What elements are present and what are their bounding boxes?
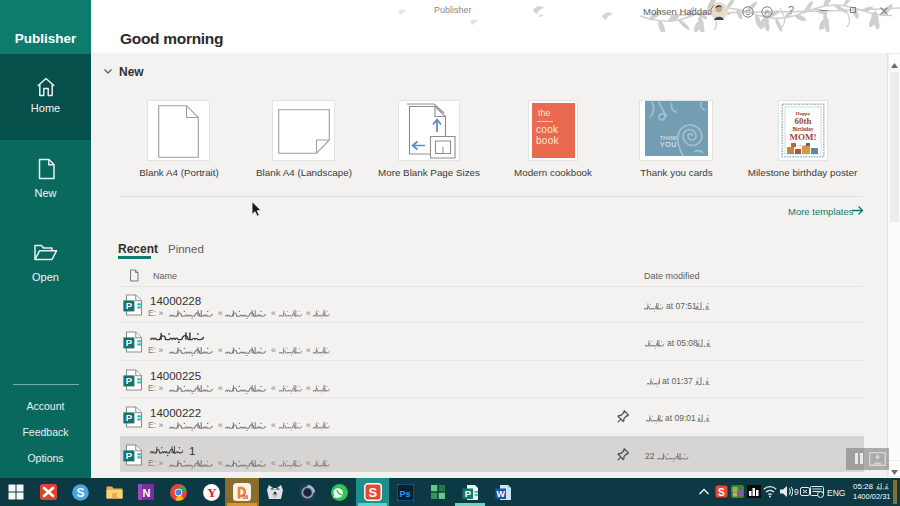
svg-text:P: P (465, 488, 472, 499)
svg-text:S: S (368, 485, 377, 500)
svg-text:MOM!: MOM! (790, 132, 817, 142)
svg-text:16: 16 (243, 494, 249, 500)
svg-text:S: S (718, 487, 725, 498)
svg-text:60th: 60th (794, 116, 811, 126)
svg-text:S: S (77, 486, 85, 500)
svg-text:Y: Y (207, 485, 217, 500)
svg-text:W: W (497, 489, 506, 499)
svg-text:YOU: YOU (660, 141, 677, 148)
svg-text:Ps: Ps (400, 489, 411, 499)
svg-text:N: N (143, 487, 151, 499)
